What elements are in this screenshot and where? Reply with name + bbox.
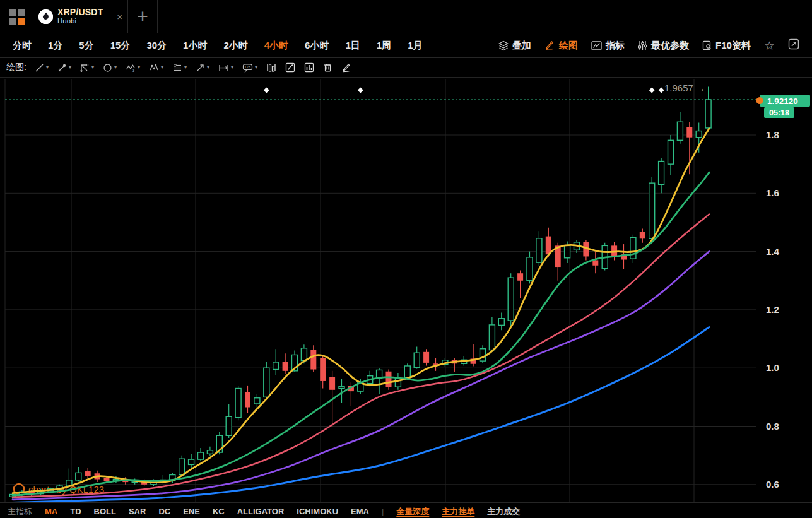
svg-text:123: 123: [245, 65, 250, 69]
timeframe-4小时[interactable]: 4小时: [264, 40, 288, 52]
f10-info-button[interactable]: F10资料: [702, 40, 751, 52]
chevron-down-icon[interactable]: ▾: [91, 65, 94, 70]
chevron-down-icon[interactable]: ▾: [207, 65, 209, 70]
chevron-down-icon[interactable]: ▾: [46, 65, 49, 70]
timeframe-30分[interactable]: 30分: [146, 40, 167, 52]
price-tick: 1.2: [766, 304, 779, 315]
timeframe-2小时[interactable]: 2小时: [223, 40, 247, 52]
main-toolbar: 分时1分5分15分30分1小时2小时4小时6小时1日1周1月 叠加 绘图 指标 …: [0, 33, 812, 58]
sliders-icon: [638, 40, 647, 50]
price-tick: 1.0: [766, 362, 779, 373]
pitchfork-tool[interactable]: ▾: [76, 63, 98, 73]
tab-exchange: Huobi: [57, 17, 103, 25]
trading-app-window: XRP/USDT Huobi × + 分时1分5分15分30分1小时2小时4小时…: [0, 0, 812, 518]
tab-symbol: XRP/USDT: [57, 7, 103, 17]
price-range-tool[interactable]: ▾: [214, 63, 238, 73]
ellipse-tool[interactable]: ▾: [98, 63, 121, 73]
optimal-params-button[interactable]: 最优参数: [638, 40, 689, 52]
f10-doc-icon: [702, 40, 712, 50]
chevron-down-icon[interactable]: ▾: [114, 65, 117, 70]
fullscreen-icon[interactable]: [788, 38, 799, 52]
gann-lines-tool[interactable]: ▾: [168, 63, 191, 73]
trend-line-tool[interactable]: ▾: [30, 63, 53, 73]
draw-button[interactable]: 绘图: [544, 40, 578, 52]
candlestick-chart[interactable]: charts by QKL1231.9657 →1.81.61.41.21.00…: [0, 78, 812, 502]
favorite-star-icon[interactable]: ☆: [764, 40, 775, 52]
depth-item[interactable]: 主力成交: [487, 506, 520, 517]
callout-tool[interactable]: 123▾: [238, 63, 262, 73]
chevron-down-icon[interactable]: ▾: [161, 65, 163, 70]
indicator-ema[interactable]: EMA: [351, 507, 369, 516]
price-marker-dot: [756, 97, 763, 104]
indicator-alligator[interactable]: ALLIGATOR: [237, 507, 285, 516]
depth-item[interactable]: 全量深度: [396, 506, 429, 517]
chart-area: charts by QKL1231.9657 →1.81.61.41.21.00…: [0, 78, 812, 502]
price-tick: 1.4: [766, 246, 780, 257]
overlay-button[interactable]: 叠加: [498, 40, 531, 52]
pattern-tool[interactable]: ▾: [144, 63, 168, 73]
indicator-bar: 主指标 MATDBOLLSARDCENEKCALLIGATORICHIMOKUE…: [0, 502, 812, 518]
timeframe-1周[interactable]: 1周: [377, 40, 391, 52]
drawing-toolbar-label: 绘图:: [6, 62, 26, 73]
indicator-ma[interactable]: MA: [45, 507, 57, 516]
indicator-sar[interactable]: SAR: [129, 507, 146, 516]
tab-bar: XRP/USDT Huobi × +: [0, 0, 812, 33]
session-high-label: 1.9657 →: [664, 83, 705, 93]
brush-icon[interactable]: [337, 63, 356, 73]
trash-icon[interactable]: [319, 62, 337, 73]
chevron-down-icon[interactable]: ▾: [231, 65, 233, 70]
tab-close-icon[interactable]: ×: [117, 11, 122, 22]
new-tab-button[interactable]: +: [128, 0, 158, 33]
volume-profile-icon[interactable]: [262, 62, 281, 73]
separator: |: [382, 507, 384, 516]
timeframe-6小时[interactable]: 6小时: [305, 40, 329, 52]
chevron-down-icon[interactable]: ▾: [138, 65, 140, 70]
indicator-td[interactable]: TD: [70, 507, 81, 516]
timeframe-1小时[interactable]: 1小时: [183, 40, 207, 52]
arrow-tool[interactable]: ▾: [191, 63, 214, 73]
wave-tool[interactable]: 3▾: [121, 63, 144, 73]
timeframe-分时[interactable]: 分时: [13, 40, 32, 52]
ray-line-tool[interactable]: ▾: [53, 63, 76, 73]
drawing-toolbar: 绘图: ▾ ▾ ▾ ▾ 3▾ ▾ ▾ ▾ ▾ 123▾: [0, 58, 812, 78]
indicator-chart-icon: [591, 41, 602, 50]
main-indicator-label: 主指标: [8, 506, 32, 517]
countdown-label: 05:18: [769, 109, 789, 117]
workspace-grid-icon[interactable]: [0, 0, 33, 33]
layers-icon: [498, 40, 509, 51]
price-tick: 1.6: [766, 187, 779, 198]
depth-group: 全量深度主力挂单主力成交: [396, 506, 520, 517]
price-tick: 1.8: [766, 129, 779, 140]
indicator-ene[interactable]: ENE: [183, 507, 200, 516]
indicator-button[interactable]: 指标: [591, 40, 625, 52]
svg-text:1.92120: 1.92120: [767, 97, 798, 106]
timeframe-1日[interactable]: 1日: [345, 40, 360, 52]
chevron-down-icon[interactable]: ▾: [69, 65, 71, 70]
timeframe-group: 分时1分5分15分30分1小时2小时4小时6小时1日1周1月: [13, 40, 422, 52]
histogram-icon[interactable]: [300, 62, 319, 73]
draw-pen-icon: [544, 40, 555, 50]
price-tick: 0.8: [766, 421, 779, 432]
svg-text:3: 3: [132, 68, 134, 72]
chevron-down-icon[interactable]: ▾: [184, 65, 187, 70]
indicator-ichimoku[interactable]: ICHIMOKU: [297, 507, 338, 516]
timeframe-15分[interactable]: 15分: [110, 40, 131, 52]
timeframe-1分[interactable]: 1分: [48, 40, 62, 52]
indicator-group: MATDBOLLSARDCENEKCALLIGATORICHIMOKUEMA: [45, 507, 369, 516]
price-tick: 0.6: [766, 479, 779, 490]
tab-label: XRP/USDT Huobi: [57, 7, 103, 25]
session-volume-icon[interactable]: [281, 62, 300, 73]
indicator-boll[interactable]: BOLL: [94, 507, 116, 516]
huobi-logo-icon: [38, 9, 53, 24]
tab-xrp-usdt[interactable]: XRP/USDT Huobi ×: [33, 0, 128, 33]
indicator-kc[interactable]: KC: [213, 507, 225, 516]
timeframe-5分[interactable]: 5分: [79, 40, 93, 52]
timeframe-1月[interactable]: 1月: [408, 40, 422, 52]
toolbar-right-group: 叠加 绘图 指标 最优参数 F10资料 ☆: [498, 38, 799, 52]
depth-item[interactable]: 主力挂单: [442, 506, 474, 517]
grid-glyph: [9, 9, 25, 25]
indicator-dc[interactable]: DC: [158, 507, 170, 516]
chevron-down-icon[interactable]: ▾: [255, 65, 257, 70]
